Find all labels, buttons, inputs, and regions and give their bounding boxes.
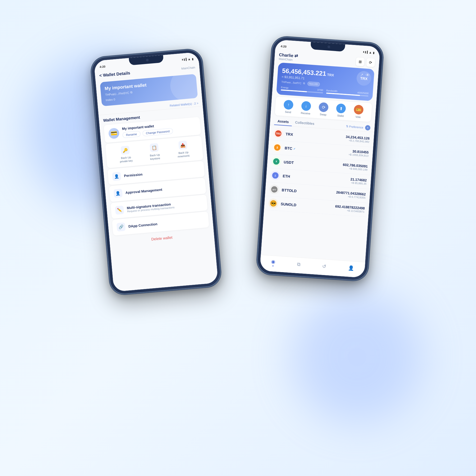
right-camera-dot (327, 45, 330, 48)
backup-private-key[interactable]: 🔑 Back Upprivate key (118, 145, 133, 163)
multisig-icon: ✏️ (115, 205, 124, 215)
header-icons: ⊞ ⟳ (356, 57, 375, 67)
right-phone: 4:20 ▲ ▮ Charlie ⇄ (256, 36, 384, 281)
backup-key-label: Back Upprivate key (120, 155, 133, 163)
send-circle: ↑ (283, 100, 294, 110)
usdt-amounts: 602,786.035091 ≈$ 606,000.199 (342, 163, 368, 171)
back-button[interactable]: < Wallet Details (99, 71, 130, 78)
signal1 (182, 59, 183, 61)
wifi-icon: ▲ (187, 57, 191, 61)
main-wallet-screen: 4:20 ▲ ▮ Charlie ⇄ (260, 39, 380, 278)
backup-keystore-label: Back Upkeystore (150, 153, 160, 161)
scan-button[interactable]: ⊞ (356, 57, 365, 66)
stake-label: Stake (337, 114, 344, 117)
tab-collectibles[interactable]: Collectibles (292, 118, 318, 128)
qr-button[interactable]: ⟳ (366, 58, 375, 67)
backup-mnemonic[interactable]: 📤 Back Upmnemonic (176, 140, 190, 158)
stake-action[interactable]: ⬆ Stake (336, 103, 346, 117)
time-left: 4:20 (99, 65, 106, 68)
trx-name: TRX (286, 132, 293, 137)
sunold-amounts: 692.418878222498 ≈$ 13.5483871 (335, 204, 365, 213)
signal3 (186, 58, 187, 61)
usdt-name: USDT (283, 160, 294, 165)
backup-keystore[interactable]: 📋 Back Upkeystore (149, 143, 160, 161)
btc-amounts: 30.810455 ≈$ 1555,934,813 (349, 149, 369, 157)
add-asset-button[interactable]: + (365, 125, 370, 130)
backup-mnemonic-icon: 📤 (178, 140, 187, 150)
balance-currency: TRX (327, 73, 334, 77)
bttold-amounts: 2648771.04328662 ≈$ 6.77419355 (336, 190, 366, 199)
sort-icon: ⇅ (346, 125, 349, 128)
backup-mnemonic-label: Back Upmnemonic (177, 150, 190, 158)
rename-button[interactable]: Rename (122, 131, 140, 138)
btc-logo: ₿ (272, 142, 282, 152)
swap-label: Swap (320, 113, 327, 116)
approval-label: Approval Management (125, 187, 162, 195)
balance-address: THPwer...5wtfYC (281, 80, 302, 85)
nav-assets[interactable]: ◉ (271, 259, 276, 267)
backup-keystore-icon: 📋 (150, 143, 159, 152)
status-icons-right: ▲ ▮ (363, 50, 375, 54)
nav-assets-dot (272, 265, 273, 266)
svg-text:BTT: BTT (272, 189, 276, 191)
r-signal1 (363, 51, 364, 53)
swap-circle: ⟳ (318, 102, 328, 112)
status-icons-left: ▲ ▮ (182, 57, 194, 62)
user-info: Charlie ⇄ MainChain (279, 52, 298, 62)
swap-action[interactable]: ⟳ Swap (318, 102, 328, 116)
time-right: 4:20 (281, 45, 287, 48)
wallet-avatar: 💳 (108, 127, 120, 139)
nav-profile-icon: 👤 (348, 265, 354, 271)
left-phone-screen: 4:20 ▲ ▮ < Wallet Details MainChain (94, 52, 218, 292)
management-info: My important wallet Rename Change Passwo… (122, 120, 197, 138)
eth-logo: Ξ (270, 170, 280, 180)
send-label: Send (285, 110, 291, 114)
usdt-logo: ₮ (271, 156, 281, 166)
dapp-label: DApp Connection (128, 222, 158, 228)
battery-icon: ▮ (192, 57, 194, 60)
balance-card: 56,456,453.221 TRX 👁 ↗ ≈ $3,951,951.71 T… (276, 62, 375, 101)
vote-circle: 🎫 (354, 105, 364, 115)
bottom-nav: ◉ ⧉ ↺ 👤 (260, 255, 365, 278)
btc-name: BTC ✓ (285, 146, 296, 151)
chain-label: MainChain (181, 66, 195, 70)
r-signal2 (365, 51, 366, 53)
receive-circle: ↓ (301, 101, 311, 111)
permission-label: Permission (124, 172, 143, 178)
sunold-logo: 😎 (268, 198, 278, 208)
right-phone-screen: 4:20 ▲ ▮ Charlie ⇄ (260, 39, 380, 278)
receive-label: Receive (301, 112, 310, 115)
sunold-name: SUNOLD (281, 202, 296, 207)
trx-amounts: 34,234,453.126 ≈$ 2,760,842,982 (345, 135, 370, 143)
receive-action[interactable]: ↓ Receive (301, 101, 311, 115)
nav-assets-icon: ◉ (271, 259, 276, 265)
signal2 (184, 58, 185, 61)
tab-assets[interactable]: Assets (274, 117, 292, 126)
eth-name: ETH (283, 174, 290, 178)
nav-collections[interactable]: ⧉ (297, 262, 301, 267)
energy-item: Energy 37/60 (281, 86, 323, 93)
change-password-button[interactable]: Change Password (142, 128, 173, 136)
vote-action[interactable]: 🎫 Vote (353, 105, 364, 119)
tab-spacer (318, 124, 346, 126)
send-action[interactable]: ↑ Send (283, 100, 294, 114)
camera-dot (146, 59, 149, 62)
nav-profile[interactable]: 👤 (348, 265, 354, 271)
permission-icon: 👤 (112, 172, 121, 181)
left-phone: 4:20 ▲ ▮ < Wallet Details MainChain (90, 48, 222, 295)
bandwidth-item: Bandwidth 4000/5000 (326, 89, 369, 97)
trx-logo: TRX (273, 129, 283, 139)
asset-list: TRX TRX 34,234,453.126 ≈$ 2,760,842,982 … (264, 126, 374, 217)
avatar-icon: 💳 (110, 130, 117, 137)
non-hd-badge: Non-HD (307, 81, 320, 86)
r-battery-icon: ▮ (373, 51, 375, 54)
bttold-name: BTTOLD (282, 188, 297, 193)
eth-amounts: 21.174682 ≈$ 85,885.35 (350, 177, 367, 185)
copy-addr-icon[interactable]: ⧉ (303, 82, 305, 85)
r-signal3 (367, 51, 368, 54)
copy-icon[interactable]: ⧉ (130, 91, 132, 94)
preference-button[interactable]: ⇅ Preference + (346, 123, 370, 130)
nav-history-icon: ↺ (322, 263, 326, 269)
nav-history[interactable]: ↺ (322, 263, 326, 269)
svg-text:Ξ: Ξ (274, 174, 276, 177)
